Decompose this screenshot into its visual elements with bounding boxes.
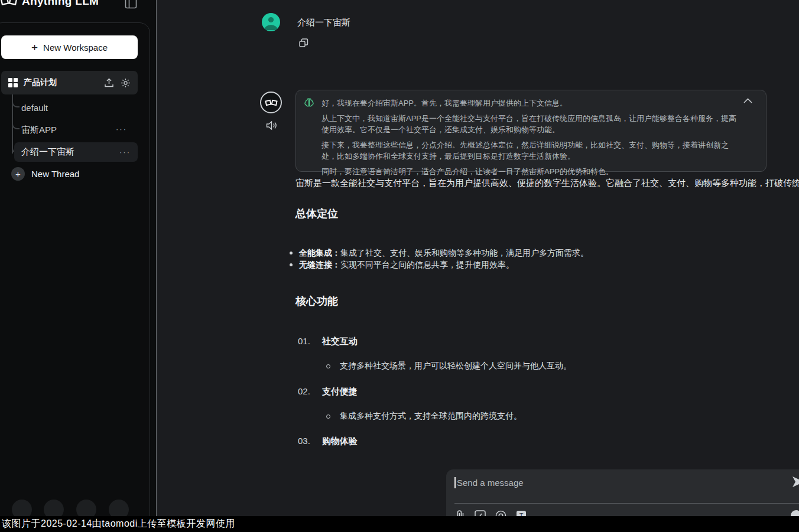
copy-icon[interactable]: [299, 38, 308, 48]
new-workspace-label: New Workspace: [43, 43, 108, 53]
text-cursor: [454, 477, 456, 488]
workspace-grid-icon: [8, 78, 18, 87]
numbered-item-2-detail: 集成多种支付方式，支持全球范围内的跨境支付。: [326, 411, 522, 422]
thread-menu-icon[interactable]: ···: [116, 125, 127, 133]
gear-icon[interactable]: [121, 78, 131, 88]
bullet-item: 无缝连接：实现不同平台之间的信息共享，提升使用效率。: [290, 259, 589, 270]
section-heading-positioning: 总体定位: [295, 207, 338, 221]
stt-mic-icon[interactable]: [791, 510, 799, 516]
anythingllm-logo-icon: [0, 0, 18, 7]
new-workspace-button[interactable]: + New Workspace: [1, 35, 138, 59]
new-thread-label: New Thread: [31, 169, 79, 179]
plus-icon: +: [11, 167, 25, 181]
brain-icon: [304, 97, 314, 107]
sidebar-panel-border: [0, 22, 150, 516]
numbered-item-1: 01. 社交互动: [298, 336, 358, 347]
app-logo: Anything LLM: [0, 0, 99, 8]
bullet-dot: [290, 263, 293, 266]
user-message: 介绍一下宙斯: [297, 17, 350, 28]
thread-label: 介绍一下宙斯: [21, 146, 119, 158]
thinking-paragraph: 从上下文中，我知道宙斯APP是一个全能社交与支付平台，旨在打破传统应用的信息孤岛…: [321, 113, 741, 136]
slash-command-icon[interactable]: [475, 510, 486, 516]
circle-marker: [326, 414, 330, 419]
thinking-paragraph: 同时，要注意语言简洁明了，适合产品介绍，让读者一目了然宙斯APP的优势和特色。: [321, 166, 741, 178]
sidebar-footer-button[interactable]: [76, 500, 96, 516]
assistant-intro-paragraph: 宙斯是一款全能社交与支付平台，旨在为用户提供高效、便捷的数字生活体验。它融合了社…: [295, 178, 799, 189]
watermark-bar: 该图片于2025-02-14由taomodi上传至模板开发网使用: [0, 516, 799, 532]
assistant-avatar: [260, 92, 282, 113]
circle-marker: [326, 364, 330, 368]
bullet-item: 全能集成：集成了社交、支付、娱乐和购物等多种功能，满足用户多方面需求。: [290, 247, 589, 259]
numbered-item-2: 02. 支付便捷: [298, 386, 358, 397]
thread-menu-icon[interactable]: ···: [119, 148, 131, 156]
section-heading-core-features: 核心功能: [295, 294, 338, 308]
svg-text:T: T: [519, 512, 524, 516]
thinking-paragraph: 接下来，我要整理这些信息，分点介绍。先概述总体定位，然后详细说明功能，比如社交、…: [321, 139, 741, 162]
upload-icon[interactable]: [104, 78, 114, 88]
sidebar-thread-default[interactable]: default: [21, 103, 48, 113]
sidebar-toggle-icon[interactable]: [125, 0, 137, 9]
send-icon[interactable]: [792, 476, 799, 488]
sidebar-thread-zeus-app[interactable]: 宙斯APP: [21, 125, 57, 136]
bullet-dot: [290, 252, 293, 254]
chat-area: 介绍一下宙斯: [157, 0, 799, 516]
message-composer: Send a message: [446, 469, 799, 516]
app-window: Anything LLM + New Workspace 产品计划: [0, 0, 799, 532]
numbered-item-3: 03. 购物体验: [298, 436, 358, 447]
chevron-up-icon[interactable]: [743, 97, 753, 104]
numbered-item-1-detail: 支持多种社交场景，用户可以轻松创建个人空间并与他人互动。: [326, 361, 571, 371]
sidebar: Anything LLM + New Workspace 产品计划: [0, 0, 156, 516]
new-thread-button[interactable]: + New Thread: [11, 167, 79, 181]
app-title: Anything LLM: [22, 0, 99, 8]
positioning-bullet-list: 全能集成：集成了社交、支付、娱乐和购物等多种功能，满足用户多方面需求。 无缝连接…: [290, 247, 589, 270]
sidebar-footer-button[interactable]: [12, 500, 32, 516]
thinking-paragraph: 好，我现在要介绍宙斯APP。首先，我需要理解用户提供的上下文信息。: [321, 97, 741, 109]
composer-divider: [454, 503, 799, 504]
sidebar-footer-button[interactable]: [44, 500, 64, 516]
attach-icon[interactable]: [456, 510, 465, 516]
thinking-text: 好，我现在要介绍宙斯APP。首先，我需要理解用户提供的上下文信息。 从上下文中，…: [321, 96, 741, 181]
agent-at-icon[interactable]: [495, 510, 506, 516]
sidebar-thread-selected[interactable]: 介绍一下宙斯 ···: [14, 142, 138, 162]
plus-icon: +: [31, 42, 38, 53]
workspace-item[interactable]: 产品计划: [1, 71, 138, 94]
watermark-text: 该图片于2025-02-14由taomodi上传至模板开发网使用: [0, 518, 235, 530]
text-size-icon[interactable]: T: [516, 510, 527, 516]
speaker-icon[interactable]: [266, 120, 277, 130]
thinking-block: 好，我现在要介绍宙斯APP。首先，我需要理解用户提供的上下文信息。 从上下文中，…: [295, 90, 766, 172]
user-avatar: [262, 13, 280, 31]
workspace-name: 产品计划: [24, 77, 98, 88]
message-input[interactable]: Send a message: [457, 478, 524, 488]
sidebar-footer-button[interactable]: [109, 500, 129, 516]
